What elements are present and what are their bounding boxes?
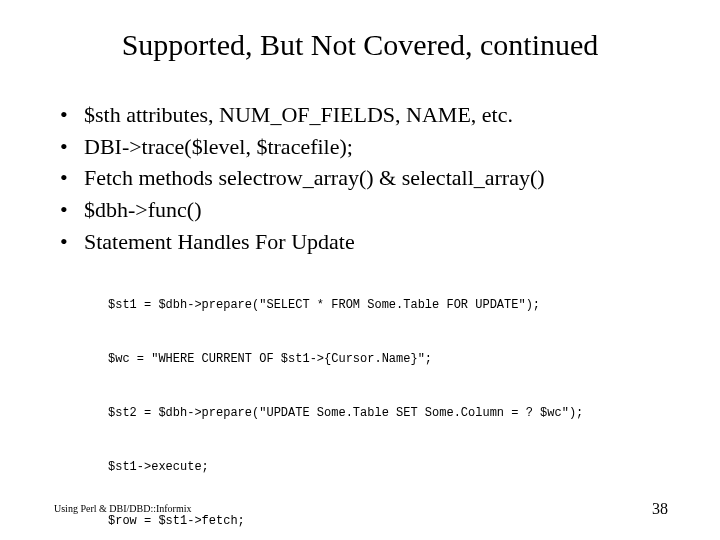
bullet-item: DBI->trace($level, $tracefile);	[60, 132, 680, 162]
bullet-list: $sth attributes, NUM_OF_FIELDS, NAME, et…	[60, 100, 680, 540]
slide: Supported, But Not Covered, continued $s…	[0, 0, 720, 540]
code-line: $st1->execute;	[108, 458, 680, 476]
page-number: 38	[652, 500, 668, 518]
code-line: $st2 = $dbh->prepare("UPDATE Some.Table …	[108, 404, 680, 422]
bullet-item: Statement Handles For Update	[60, 227, 680, 257]
code-block: $st1 = $dbh->prepare("SELECT * FROM Some…	[108, 260, 680, 540]
bullet-item: $sth attributes, NUM_OF_FIELDS, NAME, et…	[60, 100, 680, 130]
footer-left: Using Perl & DBI/DBD::Informix	[54, 503, 192, 514]
code-line: $st1 = $dbh->prepare("SELECT * FROM Some…	[108, 296, 680, 314]
code-line: $wc = "WHERE CURRENT OF $st1->{Cursor.Na…	[108, 350, 680, 368]
bullet-item: $dbh->func()	[60, 195, 680, 225]
code-line: $row = $st1->fetch;	[108, 512, 680, 530]
slide-title: Supported, But Not Covered, continued	[0, 28, 720, 62]
bullet-item: Fetch methods selectrow_array() & select…	[60, 163, 680, 193]
